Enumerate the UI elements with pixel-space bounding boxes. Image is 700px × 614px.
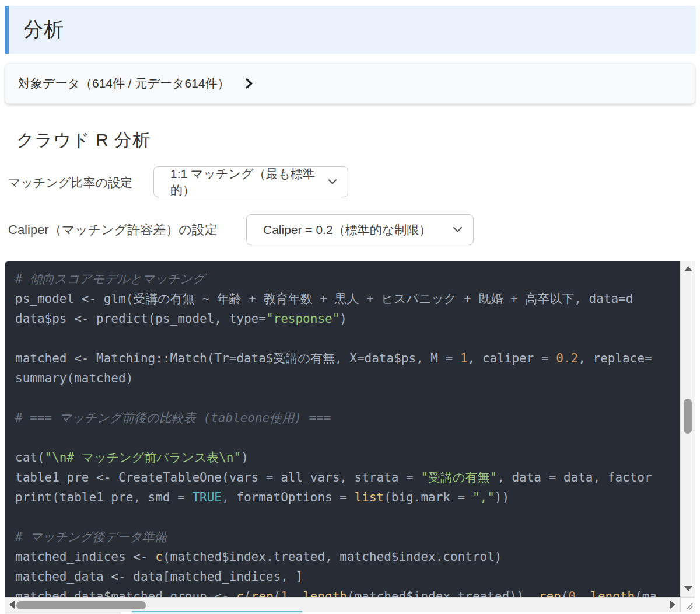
- code-line: [15, 507, 680, 527]
- analysis-page: 分析 対象データ（614件 / 元データ614件） クラウド R 分析 マッチン…: [0, 0, 700, 614]
- code-content[interactable]: # 傾向スコアモデルとマッチングps_model <- glm(受講の有無 ~ …: [5, 261, 680, 597]
- code-line: matched_data$matched_group <- c(rep(1, l…: [15, 587, 680, 597]
- bottom-button-teal-partial[interactable]: [132, 611, 302, 614]
- scroll-up-arrow-icon[interactable]: [684, 266, 692, 271]
- bottom-button-partial[interactable]: [5, 612, 121, 614]
- code-line: matched <- Matching::Match(Tr=data$受講の有無…: [15, 348, 680, 368]
- data-summary-toggle[interactable]: 対象データ（614件 / 元データ614件）: [5, 63, 695, 104]
- code-line: ps_model <- glm(受講の有無 ~ 年齢 + 教育年数 + 黒人 +…: [15, 289, 680, 309]
- page-title: 分析: [23, 16, 64, 43]
- code-line: data$ps <- predict(ps_model, type="respo…: [15, 309, 680, 329]
- code-line: table1_pre <- CreateTableOne(vars = all_…: [15, 468, 680, 487]
- matching-ratio-select[interactable]: 1:1 マッチング（最も標準的）: [153, 166, 348, 197]
- chevron-down-icon: [328, 179, 337, 185]
- section-title: クラウド R 分析: [16, 128, 150, 152]
- code-line: print(table1_pre, smd = TRUE, formatOpti…: [15, 487, 680, 507]
- scroll-right-arrow-icon[interactable]: [670, 601, 676, 609]
- code-line: matched_data <- data[matched_indices, ]: [15, 567, 680, 587]
- matching-ratio-label: マッチング比率の設定: [8, 175, 132, 191]
- code-line: summary(matched): [15, 368, 680, 388]
- code-line: # マッチング後データ準備: [15, 527, 680, 547]
- r-code-editor: # 傾向スコアモデルとマッチングps_model <- glm(受講の有無 ~ …: [5, 261, 695, 612]
- code-line: # === マッチング前後の比較表 (tableone使用) ===: [15, 408, 680, 428]
- code-line: cat("\n# マッチング前バランス表\n"): [15, 448, 680, 468]
- resize-grip-icon: [685, 602, 693, 610]
- caliper-label: Caliper（マッチング許容差）の設定: [8, 221, 218, 239]
- data-summary-label: 対象データ（614件 / 元データ614件）: [18, 75, 230, 92]
- caliper-selected-value: Caliper = 0.2（標準的な制限）: [263, 222, 431, 238]
- vertical-scrollbar-thumb[interactable]: [684, 399, 692, 434]
- horizontal-scrollbar-thumb[interactable]: [16, 601, 146, 609]
- code-line: [15, 388, 680, 408]
- code-line: [15, 428, 680, 448]
- caliper-select[interactable]: Caliper = 0.2（標準的な制限）: [246, 214, 474, 245]
- horizontal-scrollbar[interactable]: [5, 597, 680, 612]
- chevron-right-icon: [245, 78, 253, 89]
- page-header: 分析: [5, 6, 696, 54]
- code-line: matched_indices <- c(matched$index.treat…: [15, 547, 680, 567]
- resize-grip[interactable]: [680, 597, 695, 612]
- scroll-down-arrow-icon[interactable]: [684, 586, 692, 591]
- chevron-down-icon: [453, 226, 463, 233]
- vertical-scrollbar[interactable]: [680, 261, 695, 597]
- code-line: # 傾向スコアモデルとマッチング: [15, 269, 680, 289]
- scroll-left-arrow-icon[interactable]: [9, 601, 15, 609]
- matching-ratio-selected-value: 1:1 マッチング（最も標準的）: [170, 166, 328, 198]
- code-line: [15, 329, 680, 348]
